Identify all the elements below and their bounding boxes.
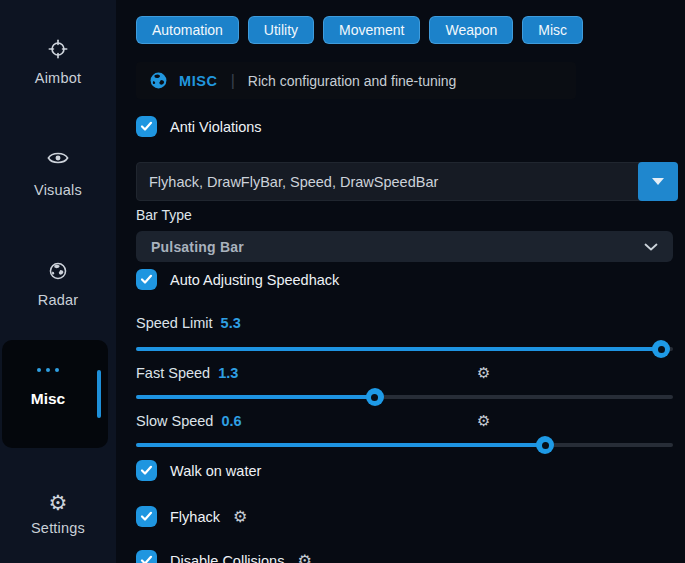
slow-speed-slider[interactable] [136,436,673,454]
slider-label: Fast Speed [136,365,210,381]
sidebar-item-label: Aimbot [0,70,116,86]
slider-fill [136,443,545,447]
slider-fill [136,395,375,399]
slider-value: 1.3 [218,365,238,381]
section-subtitle: Rich configuration and fine-tuning [248,73,457,89]
checkbox-checked-icon[interactable] [136,506,157,527]
checkbox-checked-icon[interactable] [136,116,157,137]
sidebar-item-label: Settings [0,520,116,536]
checkbox-checked-icon[interactable] [136,269,157,290]
gear-icon[interactable]: ⚙ [233,509,247,525]
checkbox-row-anti-violations[interactable]: Anti Violations [136,116,262,137]
ellipsis-icon [2,368,94,372]
slider-label: Speed Limit [136,315,213,331]
checkbox-label: Flyhack [170,509,220,525]
bar-type-select[interactable]: Pulsating Bar [136,231,673,262]
select-value: Pulsating Bar [151,239,244,255]
checkbox-row-auto-adjusting[interactable]: Auto Adjusting Speedhack [136,269,339,290]
bars-multiselect[interactable]: Flyhack, DrawFlyBar, Speed, DrawSpeedBar [136,162,678,201]
active-indicator-bar [97,370,101,418]
tab-automation[interactable]: Automation [136,16,239,44]
gear-icon[interactable]: ⚙ [477,413,490,428]
sidebar-item-visuals[interactable]: Visuals [0,150,116,198]
tab-weapon[interactable]: Weapon [429,16,513,44]
slider-value: 0.6 [221,413,241,429]
slider-label: Slow Speed [136,413,213,429]
chevron-down-icon [644,243,658,251]
section-header: MISC | Rich configuration and fine-tunin… [136,62,576,99]
sidebar-item-misc[interactable]: Misc [2,340,108,448]
checkbox-row-flyhack[interactable]: Flyhack ⚙ [136,506,247,527]
slider-knob[interactable] [366,388,384,406]
checkbox-label: Disable Collisions [170,553,284,563]
sidebar-item-radar[interactable]: Radar [0,260,116,308]
section-title: MISC [179,73,218,89]
dropdown-arrow-button[interactable] [638,162,678,201]
slider-knob[interactable] [652,340,670,358]
gear-icon[interactable]: ⚙ [477,365,490,380]
category-tabs: Automation Utility Movement Weapon Misc [136,16,583,44]
bar-type-label: Bar Type [136,207,192,223]
slider-knob[interactable] [536,436,554,454]
checkbox-checked-icon[interactable] [136,460,157,481]
checkbox-row-disable-collisions[interactable]: Disable Collisions ⚙ [136,550,312,563]
checkbox-label: Auto Adjusting Speedhack [170,272,339,288]
slider-fill [136,347,661,351]
gear-icon: ⚙ [49,492,68,514]
sidebar-item-aimbot[interactable]: Aimbot [0,38,116,86]
header-divider: | [231,72,235,90]
multiselect-value: Flyhack, DrawFlyBar, Speed, DrawSpeedBar [137,174,438,190]
globe-icon [47,260,69,282]
checkbox-row-walk-on-water[interactable]: Walk on water [136,460,261,481]
sidebar-item-settings[interactable]: ⚙ Settings [0,492,116,536]
checkbox-label: Walk on water [170,463,261,479]
slider-value: 5.3 [221,315,241,331]
fast-speed-slider[interactable] [136,388,673,406]
speed-limit-slider[interactable] [136,340,673,358]
slider-label-row: Slow Speed 0.6 ⚙ [136,412,673,430]
sidebar-item-label: Visuals [0,182,116,198]
checkbox-label: Anti Violations [170,119,262,135]
tab-utility[interactable]: Utility [248,16,314,44]
tab-misc[interactable]: Misc [522,16,583,44]
sidebar-item-label: Radar [0,292,116,308]
slider-label-row: Speed Limit 5.3 [136,314,673,332]
cheat-menu-window: Aimbot Visuals Radar [0,0,685,563]
globe-icon [149,71,168,90]
checkbox-checked-icon[interactable] [136,550,157,563]
main-panel: Automation Utility Movement Weapon Misc … [136,0,685,563]
chevron-down-icon [652,178,664,185]
sidebar-item-label: Misc [2,390,94,408]
gear-icon[interactable]: ⚙ [297,553,311,563]
eye-icon [47,150,69,172]
sidebar: Aimbot Visuals Radar [0,0,116,563]
tab-movement[interactable]: Movement [323,16,420,44]
slider-label-row: Fast Speed 1.3 ⚙ [136,364,673,382]
crosshair-icon [47,38,69,60]
